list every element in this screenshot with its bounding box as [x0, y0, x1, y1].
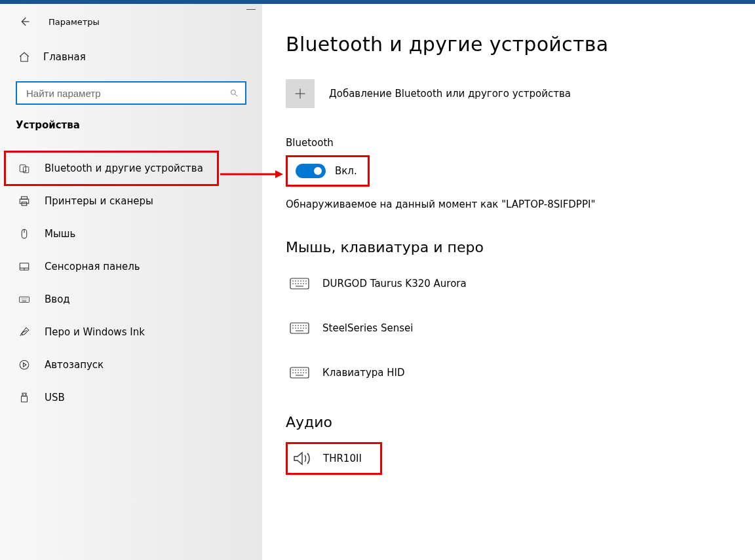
- add-device-button[interactable]: Добавление Bluetooth или другого устройс…: [286, 79, 731, 108]
- keyboard-icon: [290, 365, 309, 380]
- search-box[interactable]: [16, 81, 246, 105]
- sidebar-item-usb[interactable]: USB: [0, 381, 262, 414]
- audio-heading: Аудио: [286, 414, 731, 430]
- device-row[interactable]: Клавиатура HID: [286, 356, 731, 389]
- discoverable-text: Обнаруживаемое на данный момент как "LAP…: [286, 198, 731, 210]
- bluetooth-devices-icon: [18, 162, 30, 174]
- svg-rect-12: [22, 396, 28, 402]
- svg-rect-1: [20, 165, 26, 172]
- sidebar-item-typing[interactable]: Ввод: [0, 283, 262, 316]
- keyboard-icon: [290, 276, 309, 291]
- device-row[interactable]: SteelSeries Sensei: [286, 312, 731, 345]
- svg-point-10: [20, 360, 29, 369]
- add-device-label: Добавление Bluetooth или другого устройс…: [329, 88, 571, 100]
- page-title: Bluetooth и другие устройства: [286, 33, 731, 56]
- bluetooth-toggle-highlight: Вкл.: [286, 155, 370, 187]
- main-content: Bluetooth и другие устройства Добавление…: [262, 4, 755, 560]
- touchpad-icon: [18, 261, 30, 272]
- sidebar-item-label: USB: [45, 392, 65, 403]
- usb-icon: [18, 392, 30, 403]
- keyboard-icon: [290, 321, 309, 335]
- sidebar-item-label: Мышь: [45, 228, 75, 240]
- audio-device-highlight[interactable]: THR10II: [286, 442, 382, 475]
- svg-rect-4: [22, 196, 28, 199]
- pen-icon: [18, 326, 30, 338]
- mouse-icon: [18, 228, 30, 240]
- sidebar-category: Устройства: [0, 117, 262, 140]
- sidebar: Параметры Главная Устройства: [0, 4, 262, 560]
- app-title: Параметры: [48, 17, 100, 27]
- search-input[interactable]: [16, 81, 246, 105]
- device-name: DURGOD Taurus K320 Aurora: [322, 278, 467, 289]
- sidebar-item-printers[interactable]: Принтеры и сканеры: [0, 185, 262, 217]
- sidebar-item-mouse[interactable]: Мышь: [0, 217, 262, 250]
- sidebar-item-pen[interactable]: Перо и Windows Ink: [0, 316, 262, 348]
- back-arrow-icon[interactable]: [18, 16, 30, 28]
- sidebar-item-label: Автозапуск: [45, 359, 104, 371]
- nav-home[interactable]: Главная: [0, 39, 262, 75]
- bluetooth-section-label: Bluetooth: [286, 137, 731, 149]
- sidebar-item-label: Bluetooth и другие устройства: [45, 162, 203, 174]
- device-name: Клавиатура HID: [322, 367, 405, 379]
- speaker-icon: [293, 451, 313, 466]
- svg-rect-11: [22, 393, 26, 396]
- home-label: Главная: [43, 51, 86, 63]
- sidebar-item-label: Перо и Windows Ink: [45, 326, 145, 338]
- plus-icon: [286, 79, 315, 108]
- input-devices-heading: Мышь, клавиатура и перо: [286, 239, 731, 255]
- device-name: SteelSeries Sensei: [322, 322, 413, 334]
- autoplay-icon: [18, 359, 30, 371]
- keyboard-icon: [18, 293, 30, 305]
- sidebar-item-label: Принтеры и сканеры: [45, 195, 153, 207]
- home-icon: [18, 51, 30, 63]
- svg-rect-5: [20, 199, 29, 204]
- svg-point-0: [231, 90, 235, 94]
- sidebar-item-autoplay[interactable]: Автозапуск: [0, 348, 262, 381]
- sidebar-item-label: Сенсорная панель: [45, 261, 140, 272]
- device-row[interactable]: DURGOD Taurus K320 Aurora: [286, 267, 731, 300]
- search-icon: [229, 88, 239, 98]
- device-name: THR10II: [323, 453, 362, 464]
- sidebar-item-label: Ввод: [45, 293, 70, 305]
- printer-icon: [18, 195, 30, 207]
- bluetooth-toggle-state: Вкл.: [335, 165, 357, 177]
- minimize-control-hint: [246, 9, 256, 10]
- sidebar-item-touchpad[interactable]: Сенсорная панель: [0, 250, 262, 283]
- bluetooth-toggle[interactable]: [296, 164, 326, 178]
- sidebar-item-bluetooth[interactable]: Bluetooth и другие устройства: [0, 152, 262, 185]
